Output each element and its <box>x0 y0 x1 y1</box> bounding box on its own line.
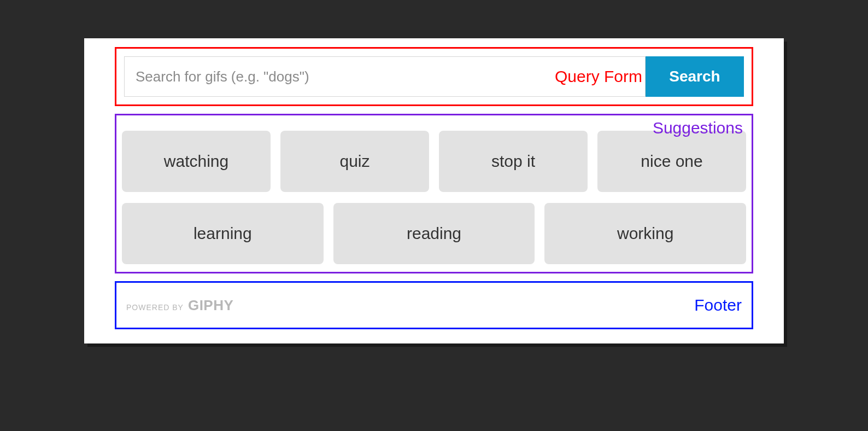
giphy-brand: GIPHY <box>188 297 233 314</box>
suggestion-chip[interactable]: watching <box>122 131 271 192</box>
card: Query Form Search Suggestions watching q… <box>84 38 784 343</box>
search-row: Search <box>124 56 744 97</box>
suggestions-section: Suggestions watching quiz stop it nice o… <box>115 114 753 273</box>
suggestion-chip[interactable]: quiz <box>280 131 429 192</box>
suggestion-chip[interactable]: reading <box>333 203 535 264</box>
footer-section: POWERED BY GIPHY Footer <box>115 281 753 329</box>
powered-by-text: POWERED BY <box>126 303 184 312</box>
search-input[interactable] <box>124 56 646 97</box>
search-button[interactable]: Search <box>646 56 744 97</box>
suggestion-chip[interactable]: working <box>544 203 746 264</box>
query-form-section: Query Form Search <box>115 47 753 106</box>
suggestion-chip[interactable]: stop it <box>439 131 588 192</box>
suggestions-row-1: watching quiz stop it nice one <box>122 131 746 192</box>
footer-annotation-label: Footer <box>694 296 742 314</box>
suggestion-chip[interactable]: nice one <box>597 131 746 192</box>
powered-by-giphy: POWERED BY GIPHY <box>126 297 233 314</box>
suggestions-row-2: learning reading working <box>122 203 746 264</box>
suggestion-chip[interactable]: learning <box>122 203 324 264</box>
